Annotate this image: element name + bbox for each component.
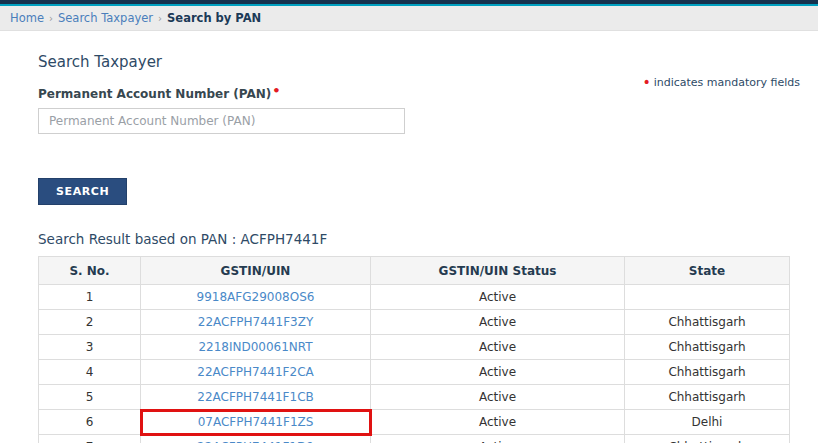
gstin-link[interactable]: 22ACFPH7441F1CB xyxy=(197,390,314,404)
gstin-link[interactable]: 9918AFG29008OS6 xyxy=(197,290,315,304)
cell-gstin-highlighted: 07ACFPH7441F1ZS xyxy=(141,410,371,435)
cell-state: Chhattisgarh xyxy=(625,435,790,443)
mandatory-fields-note: •indicates mandatory fields xyxy=(642,74,800,90)
main-content: •indicates mandatory fields Search Taxpa… xyxy=(0,53,818,443)
cell-state: Delhi xyxy=(625,410,790,435)
table-row: 222ACFPH7441F3ZYActiveChhattisgarh xyxy=(39,310,790,335)
cell-state xyxy=(625,285,790,310)
breadcrumb-search-taxpayer-link[interactable]: Search Taxpayer xyxy=(58,11,153,25)
breadcrumb-home-link[interactable]: Home xyxy=(10,11,44,25)
cell-sno: 3 xyxy=(39,335,141,360)
gstin-link[interactable]: 07ACFPH7441F1ZS xyxy=(198,415,314,429)
table-header-row: S. No. GSTIN/UIN GSTIN/UIN Status State xyxy=(39,257,790,285)
cell-gstin: 22ACFPH7441F1D9 xyxy=(141,435,371,443)
table-row: 32218IND00061NRTActiveChhattisgarh xyxy=(39,335,790,360)
pan-label-text: Permanent Account Number (PAN) xyxy=(38,87,271,101)
breadcrumb: Home › Search Taxpayer › Search by PAN xyxy=(0,6,818,31)
header-sno: S. No. xyxy=(39,257,141,285)
search-button[interactable]: SEARCH xyxy=(38,178,127,205)
cell-state: Chhattisgarh xyxy=(625,310,790,335)
required-marker-icon: • xyxy=(272,83,280,98)
cell-status: Active xyxy=(371,360,625,385)
header-gstin: GSTIN/UIN xyxy=(141,257,371,285)
breadcrumb-separator-icon: › xyxy=(49,13,53,24)
cell-status: Active xyxy=(371,335,625,360)
breadcrumb-current-page: Search by PAN xyxy=(167,11,261,25)
cell-sno: 2 xyxy=(39,310,141,335)
table-body: 19918AFG29008OS6Active222ACFPH7441F3ZYAc… xyxy=(39,285,790,443)
cell-state: Chhattisgarh xyxy=(625,335,790,360)
cell-sno: 5 xyxy=(39,385,141,410)
cell-state: Chhattisgarh xyxy=(625,385,790,410)
cell-gstin: 2218IND00061NRT xyxy=(141,335,371,360)
gstin-link[interactable]: 22ACFPH7441F3ZY xyxy=(198,315,313,329)
cell-sno: 7 xyxy=(39,435,141,443)
search-result-title: Search Result based on PAN : ACFPH7441F xyxy=(38,231,789,247)
cell-status: Active xyxy=(371,310,625,335)
table-row: 607ACFPH7441F1ZSActiveDelhi xyxy=(39,410,790,435)
mandatory-note-text: indicates mandatory fields xyxy=(654,76,800,89)
mandatory-dot-icon: • xyxy=(642,74,650,90)
gstin-link[interactable]: 22ACFPH7441F2CA xyxy=(197,365,313,379)
cell-sno: 1 xyxy=(39,285,141,310)
cell-gstin: 22ACFPH7441F1CB xyxy=(141,385,371,410)
cell-sno: 4 xyxy=(39,360,141,385)
cell-gstin: 22ACFPH7441F2CA xyxy=(141,360,371,385)
breadcrumb-separator-icon: › xyxy=(158,13,162,24)
cell-state: Chhattisgarh xyxy=(625,360,790,385)
cell-status: Active xyxy=(371,385,625,410)
search-results-table: S. No. GSTIN/UIN GSTIN/UIN Status State … xyxy=(38,256,790,443)
table-row: 522ACFPH7441F1CBActiveChhattisgarh xyxy=(39,385,790,410)
header-state: State xyxy=(625,257,790,285)
cell-status: Active xyxy=(371,435,625,443)
table-row: 19918AFG29008OS6Active xyxy=(39,285,790,310)
cell-sno: 6 xyxy=(39,410,141,435)
header-status: GSTIN/UIN Status xyxy=(371,257,625,285)
cell-status: Active xyxy=(371,410,625,435)
table-row: 422ACFPH7441F2CAActiveChhattisgarh xyxy=(39,360,790,385)
cell-gstin: 9918AFG29008OS6 xyxy=(141,285,371,310)
table-row: 722ACFPH7441F1D9ActiveChhattisgarh xyxy=(39,435,790,443)
page-title: Search Taxpayer xyxy=(38,53,789,71)
gstin-link[interactable]: 2218IND00061NRT xyxy=(198,340,312,354)
pan-input[interactable] xyxy=(38,108,405,134)
cell-status: Active xyxy=(371,285,625,310)
cell-gstin: 22ACFPH7441F3ZY xyxy=(141,310,371,335)
